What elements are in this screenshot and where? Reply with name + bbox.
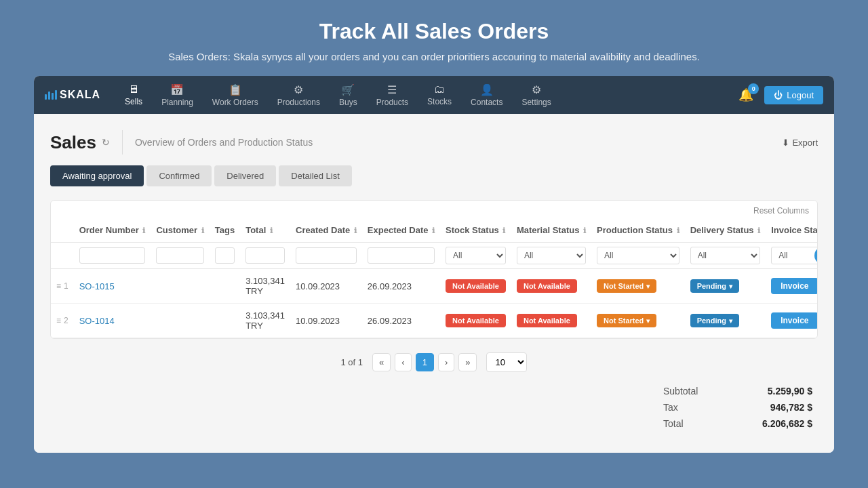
- customer-info-icon: ℹ: [201, 226, 204, 235]
- nav-item-productions[interactable]: ⚙ Productions: [269, 79, 328, 111]
- order-number-filter-input[interactable]: [79, 247, 146, 264]
- navbar: SKALA 🖥 Sells 📅 Planning 📋 Work Orders ⚙…: [34, 76, 834, 114]
- tags-filter-input[interactable]: [215, 247, 235, 264]
- nav-label-buys: Buys: [339, 98, 357, 107]
- nav-label-productions: Productions: [277, 98, 320, 107]
- stock-status-filter-select[interactable]: All: [446, 247, 506, 264]
- products-icon: ☰: [387, 83, 397, 96]
- nav-item-products[interactable]: ☰ Products: [368, 79, 416, 111]
- customer-filter-input[interactable]: [156, 247, 203, 264]
- filter-handle: [51, 243, 74, 269]
- material-status-info-icon: ℹ: [583, 226, 586, 235]
- nav-item-buys[interactable]: 🛒 Buys: [331, 79, 366, 111]
- tab-bar: Awaiting approval Confirmed Delivered De…: [50, 165, 818, 186]
- subtotal-value: 5.259,90 $: [745, 386, 812, 396]
- buys-icon: 🛒: [341, 83, 355, 96]
- stock-status-info-icon: ℹ: [502, 226, 505, 235]
- page-1-button[interactable]: 1: [416, 353, 434, 371]
- last-page-button[interactable]: »: [458, 353, 477, 371]
- nav-label-stocks: Stocks: [427, 97, 452, 106]
- expected-date-info-icon: ℹ: [432, 226, 435, 235]
- col-delivery-status: Delivery Status ℹ: [685, 218, 766, 243]
- filter-order-number: [74, 243, 151, 269]
- invoice-button-0[interactable]: Invoice: [771, 278, 818, 294]
- col-invoice-status: Invoice Status: [766, 218, 818, 243]
- created-date-filter-input[interactable]: [296, 247, 357, 264]
- download-icon: ⬇: [782, 138, 789, 148]
- page-subtitle: Sales Orders: Skala synycs all your orde…: [14, 51, 854, 62]
- delivery-status-filter-select[interactable]: All: [690, 247, 761, 264]
- filter-tags: [210, 243, 240, 269]
- total-label: Total: [663, 418, 717, 429]
- filter-stock-status: All: [440, 243, 511, 269]
- row-delivery-status-1: Pending ▾: [685, 304, 766, 338]
- delivery-dropdown-arrow-1: ▾: [729, 317, 732, 325]
- stocks-icon: 🗂: [434, 83, 445, 96]
- tax-value: 946,782 $: [745, 402, 812, 413]
- notification-button[interactable]: 🔔 0: [736, 85, 756, 105]
- created-date-info-icon: ℹ: [354, 226, 357, 235]
- first-page-button[interactable]: «: [372, 353, 391, 371]
- orders-table-wrapper: Reset Columns Order Number ℹ Customer ℹ: [50, 200, 818, 339]
- total-filter-input[interactable]: [245, 247, 285, 264]
- planning-icon: 📅: [170, 83, 184, 96]
- filter-production-status: All: [591, 243, 685, 269]
- prev-page-button[interactable]: ‹: [395, 353, 411, 371]
- nav-items: 🖥 Sells 📅 Planning 📋 Work Orders ⚙ Produ…: [117, 79, 736, 111]
- invoice-button-1[interactable]: Invoice: [771, 312, 818, 329]
- logout-button[interactable]: ⏻ Logout: [764, 86, 823, 104]
- material-status-filter-select[interactable]: All: [517, 247, 586, 264]
- row-total-1: 3.103,341 TRY: [240, 304, 290, 338]
- export-button[interactable]: ⬇ Export: [782, 138, 818, 148]
- totals-section: Subtotal 5.259,90 $ Tax 946,782 $ Total …: [50, 386, 818, 434]
- row-handle-1: ≡ 2: [51, 304, 74, 338]
- nav-item-stocks[interactable]: 🗂 Stocks: [419, 79, 460, 110]
- row-total-0: 3.103,341 TRY: [240, 269, 290, 304]
- total-value: 6.206,682 $: [745, 418, 812, 429]
- export-label: Export: [792, 138, 818, 148]
- work-orders-icon: 📋: [229, 83, 242, 96]
- expected-date-filter-input[interactable]: [368, 247, 435, 264]
- material-status-badge-1: Not Available: [517, 314, 577, 327]
- total-info-icon: ℹ: [270, 226, 273, 235]
- tab-awaiting[interactable]: Awaiting approval: [50, 165, 144, 186]
- row-created-date-0: 10.09.2023: [290, 269, 362, 304]
- tab-confirmed[interactable]: Confirmed: [146, 165, 212, 186]
- tab-detailed[interactable]: Detailed List: [279, 165, 352, 186]
- tab-delivered[interactable]: Delivered: [214, 165, 276, 186]
- row-production-status-0: Not Started ▾: [591, 269, 685, 304]
- row-delivery-status-0: Pending ▾: [685, 269, 766, 304]
- nav-item-planning[interactable]: 📅 Planning: [153, 79, 201, 111]
- col-stock-status: Stock Status ℹ: [440, 218, 511, 243]
- sells-icon: 🖥: [128, 83, 139, 96]
- row-order-number-1: SO-1014: [74, 304, 151, 338]
- row-tags-0: [210, 269, 240, 304]
- col-order-number: Order Number ℹ: [74, 218, 151, 243]
- production-status-badge-1[interactable]: Not Started ▾: [597, 314, 656, 327]
- next-page-button[interactable]: ›: [438, 353, 454, 371]
- material-status-badge-0: Not Available: [517, 279, 577, 293]
- row-order-number-0: SO-1015: [74, 269, 151, 304]
- invoice-status-filter-select[interactable]: All: [771, 247, 818, 264]
- order-link-0[interactable]: SO-1015: [79, 281, 115, 291]
- delivery-status-badge-0[interactable]: Pending ▾: [690, 279, 739, 293]
- page-size-select[interactable]: 10 25 50 100: [486, 352, 527, 372]
- refresh-icon[interactable]: ↻: [102, 137, 110, 148]
- col-handle: [51, 218, 74, 243]
- drag-icon-0: ≡: [56, 281, 61, 291]
- delivery-status-badge-1[interactable]: Pending ▾: [690, 314, 739, 327]
- order-link-1[interactable]: SO-1014: [79, 316, 115, 326]
- nav-item-work-orders[interactable]: 📋 Work Orders: [204, 79, 267, 111]
- filter-created-date: [290, 243, 362, 269]
- nav-item-sells[interactable]: 🖥 Sells: [117, 79, 151, 110]
- row-stock-status-1: Not Available: [440, 304, 511, 338]
- nav-item-settings[interactable]: ⚙ Settings: [513, 79, 559, 111]
- reset-columns-button[interactable]: Reset Columns: [51, 201, 817, 218]
- nav-label-work-orders: Work Orders: [212, 98, 258, 107]
- row-material-status-0: Not Available: [511, 269, 591, 304]
- nav-item-contacts[interactable]: 👤 Contacts: [462, 79, 511, 111]
- production-status-filter-select[interactable]: All: [597, 247, 679, 264]
- app-container: SKALA 🖥 Sells 📅 Planning 📋 Work Orders ⚙…: [34, 76, 834, 453]
- production-status-badge-0[interactable]: Not Started ▾: [597, 279, 656, 293]
- col-created-date: Created Date ℹ: [290, 218, 362, 243]
